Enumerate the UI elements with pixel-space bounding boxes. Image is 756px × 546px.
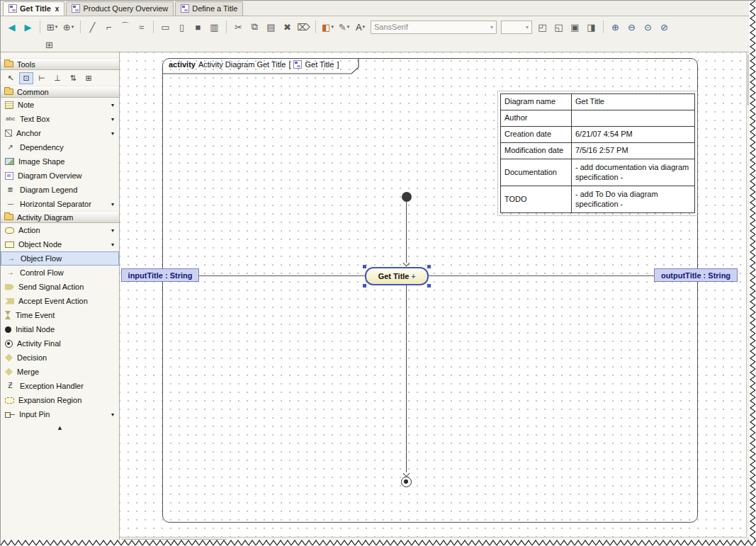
cut-button[interactable]: ✂ (231, 20, 246, 35)
group-button[interactable]: ▣ (568, 20, 582, 35)
diagram-info-table[interactable]: Diagram nameGet TitleAuthorCreation date… (500, 93, 695, 213)
input-pin-label[interactable]: inputTitle : String (121, 268, 199, 282)
tab-get-title[interactable]: Get Title x (3, 1, 64, 16)
distribute-tool-button[interactable]: ⇅ (66, 72, 80, 84)
select-tool-button[interactable]: ↖ (4, 72, 18, 84)
show-containment-button[interactable]: ⊞ (42, 38, 57, 52)
refresh-diagram-button[interactable]: ◨ (584, 20, 599, 35)
selection-handle[interactable] (427, 265, 431, 268)
palette-item-horizontal-separator[interactable]: ----Horizontal Separator▾ (1, 197, 119, 211)
palette-item-object-node[interactable]: Object Node▾ (1, 237, 119, 251)
selection-handle[interactable] (363, 284, 366, 288)
palette-item-activity-final[interactable]: Activity Final (1, 336, 119, 351)
caret-down-icon[interactable]: ▾ (111, 241, 114, 248)
make-same-height-button[interactable]: ▯ (174, 20, 189, 35)
selection-handle[interactable] (363, 265, 366, 268)
frame-header[interactable]: activity Activity Diagram Get Title [ Ge… (169, 60, 339, 69)
palette-item-image-shape[interactable]: Image Shape (1, 154, 119, 169)
paste-button[interactable]: ▤ (264, 20, 278, 35)
section-header-activity-diagram[interactable]: Activity Diagram (1, 211, 119, 223)
image-shape-icon (5, 158, 14, 165)
tab-define-a-title[interactable]: Define a Title (175, 1, 243, 16)
delete-symbol-button[interactable]: ✖ (280, 20, 295, 35)
action-get-title[interactable]: Get Title + (365, 267, 429, 285)
palette-item-control-flow[interactable]: →Control Flow (1, 266, 119, 280)
palette-item-anchor[interactable]: Anchor▾ (1, 126, 119, 140)
copy-button[interactable]: ⧉ (247, 20, 262, 35)
quick-layout-button[interactable]: ⊞▾ (45, 20, 60, 35)
palette-scroll-up[interactable]: ▲ (1, 421, 119, 431)
caret-down-icon[interactable]: ▾ (111, 102, 114, 108)
selection-handle[interactable] (427, 284, 431, 288)
align-bottom-tool-button[interactable]: ⊥ (50, 72, 64, 84)
tab-product-query-overview[interactable]: Product Query Overview (66, 1, 174, 16)
info-value-cell: 6/21/07 4:54 PM (572, 127, 695, 143)
palette-item-object-flow[interactable]: →Object Flow (1, 251, 119, 266)
palette-item-label: Initial Node (16, 325, 116, 334)
caret-down-icon[interactable]: ▾ (111, 411, 114, 418)
palette-item-expansion-region[interactable]: Expansion Region (1, 393, 119, 407)
caret-down-icon[interactable]: ▾ (111, 116, 114, 123)
palette-item-dependency[interactable]: ↗Dependency (1, 140, 119, 154)
caret-down-icon[interactable]: ▾ (111, 201, 114, 207)
align-left-tool-button[interactable]: ⊢ (35, 72, 49, 84)
zoom-in-button[interactable]: ⊕ (608, 20, 623, 35)
caret-down-icon[interactable]: ▾ (111, 130, 114, 137)
palette-item-note[interactable]: Note▾ (1, 98, 119, 112)
bring-to-front-button[interactable]: ◰ (535, 20, 550, 35)
drag-select-tool-button[interactable]: ⊡ (19, 72, 33, 84)
palette-item-merge[interactable]: Merge (1, 365, 119, 379)
palette-item-text-box[interactable]: abcText Box▾ (1, 112, 119, 126)
forward-button[interactable]: ▶ (21, 20, 35, 35)
text-box-icon: abc (5, 115, 16, 124)
font-size-combo[interactable]: ▾ (501, 21, 532, 34)
section-header-tools[interactable]: Tools (1, 58, 119, 70)
palette-item-send-signal-action[interactable]: Send Signal Action (1, 280, 119, 294)
palette-item-input-pin[interactable]: Input Pin▾ (1, 407, 119, 421)
palette-item-accept-event-action[interactable]: Accept Event Action (1, 294, 119, 308)
section-header-common[interactable]: Common (1, 86, 119, 98)
diagram-canvas[interactable]: activity Activity Diagram Get Title [ Ge… (120, 52, 746, 537)
toolbar-separator (315, 21, 316, 33)
palette-item-action[interactable]: Action▾ (1, 223, 119, 237)
font-family-combo[interactable]: SansSerif▾ (371, 21, 497, 34)
oblique-path-style-button[interactable]: ╱ (85, 20, 100, 35)
resize-tool-tool-button[interactable]: ⊞ (81, 72, 96, 84)
palette-item-decision[interactable]: Decision (1, 351, 119, 365)
refresh-diagram-icon: ◨ (587, 22, 595, 33)
rectilinear-path-style-button[interactable]: ⌐ (101, 20, 116, 35)
control-flow-edge[interactable] (406, 285, 407, 472)
font-color-button[interactable]: A▾ (353, 20, 368, 35)
initial-node[interactable] (402, 192, 412, 202)
activity-final-node[interactable] (401, 477, 412, 487)
output-pin-label[interactable]: outputTitle : String (654, 268, 738, 282)
control-flow-icon: → (5, 268, 16, 278)
move-manipulator-icon[interactable]: + (411, 273, 415, 280)
caret-down-icon[interactable]: ▾ (111, 227, 114, 234)
palette-item-exception-handler[interactable]: ƵException Handler (1, 379, 119, 393)
send-to-back-button[interactable]: ◱ (551, 20, 566, 35)
control-flow-edge[interactable] (406, 202, 407, 263)
note-icon (5, 101, 13, 109)
custom-path-style-button[interactable]: ≈ (134, 20, 149, 35)
palette-item-time-event[interactable]: Time Event (1, 308, 119, 322)
input-pin-connector-line[interactable] (199, 275, 365, 276)
fill-color-button[interactable]: ◧▾ (320, 20, 335, 35)
zoom-selection-button[interactable]: ⊘ (657, 20, 672, 35)
fit-in-window-button[interactable]: ⊙ (641, 20, 655, 35)
output-pin-connector-line[interactable] (429, 275, 654, 276)
palette-item-initial-node[interactable]: Initial Node (1, 322, 119, 336)
make-same-width-button[interactable]: ▭ (158, 20, 173, 35)
line-color-button[interactable]: ✎▾ (337, 20, 351, 35)
add-related-elements-button[interactable]: ⊕▾ (61, 20, 76, 35)
delete-from-model-button[interactable]: ⌦ (296, 20, 311, 35)
curved-path-style-button[interactable]: ⌒ (118, 20, 132, 35)
close-tab-icon[interactable]: x (55, 5, 60, 13)
make-same-size-button[interactable]: ■ (191, 20, 205, 35)
align-shapes-button[interactable]: ▥ (207, 20, 222, 35)
palette-item-label: Horizontal Separator (20, 200, 107, 208)
palette-item-diagram-legend[interactable]: ≣Diagram Legend (1, 183, 119, 197)
back-button[interactable]: ◀ (4, 20, 19, 35)
zoom-out-button[interactable]: ⊖ (624, 20, 639, 35)
palette-item-diagram-overview[interactable]: Diagram Overview (1, 169, 119, 183)
